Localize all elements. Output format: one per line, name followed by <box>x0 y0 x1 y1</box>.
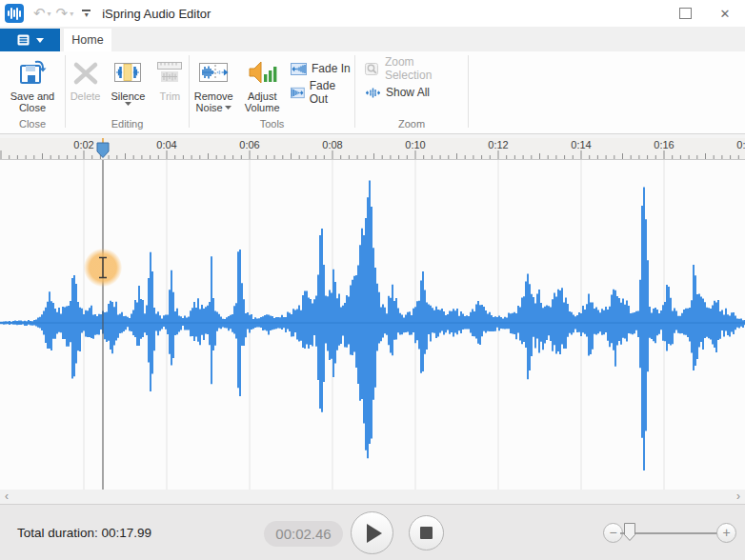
minus-icon: − <box>609 526 616 539</box>
delete-button: Delete <box>66 54 105 104</box>
timeline-ruler[interactable]: 0:020:040:060:080:100:120:140:160:18 <box>0 138 745 160</box>
zoom-selection-icon <box>365 62 380 76</box>
delete-icon <box>71 56 100 89</box>
adjust-volume-label: Adjust <box>245 90 280 102</box>
save-and-close-label: Save and <box>10 90 54 102</box>
window-controls: ✕ <box>665 0 745 27</box>
silence-label: Silence <box>111 90 145 102</box>
zoom-selection-label: Zoom Selection <box>385 55 464 82</box>
save-and-close-button[interactable]: Save and Close <box>8 54 57 115</box>
close-icon: ✕ <box>720 7 731 21</box>
maximize-icon <box>679 8 692 19</box>
playhead-marker[interactable] <box>97 138 109 158</box>
fade-in-icon <box>291 62 307 76</box>
scroll-left-icon[interactable]: ‹ <box>5 490 9 503</box>
tab-home[interactable]: Home <box>64 29 111 51</box>
remove-noise-label: Remove <box>194 90 233 102</box>
zoom-slider-thumb[interactable] <box>624 523 635 541</box>
titlebar: ↶ ▾ ↷ ▾ ▾ iSpring Audio Editor ✕ <box>0 0 745 27</box>
ribbon-group-zoom: Zoom Selection Show All Zoom <box>355 51 468 133</box>
menu-icon <box>17 34 31 46</box>
ribbon: Save and Close Close Delete <box>0 51 745 134</box>
maximize-button[interactable] <box>665 0 705 27</box>
play-button[interactable] <box>351 511 393 554</box>
stop-button[interactable] <box>409 515 444 550</box>
group-label-zoom: Zoom <box>355 117 468 133</box>
fade-in-label: Fade In <box>312 62 351 75</box>
close-button[interactable]: ✕ <box>705 0 745 27</box>
undo-dropdown-icon[interactable]: ▾ <box>48 10 54 18</box>
undo-icon[interactable]: ↶ <box>31 0 48 27</box>
customize-toolbar-icon[interactable]: ▾ <box>82 10 91 18</box>
trim-icon <box>154 56 185 89</box>
group-label-editing: Editing <box>66 117 189 133</box>
plus-icon: + <box>722 526 730 539</box>
save-and-close-icon <box>17 56 48 89</box>
remove-noise-button[interactable]: Remove Noise <box>190 54 237 115</box>
fade-out-icon <box>291 86 305 100</box>
waveform-area[interactable] <box>0 160 745 490</box>
app-window: ↶ ▾ ↷ ▾ ▾ iSpring Audio Editor ✕ Home <box>0 0 745 560</box>
current-time-display: 00:02.46 <box>264 521 343 547</box>
zoom-selection-button: Zoom Selection <box>361 58 468 79</box>
menu-caret-icon <box>36 38 44 43</box>
waveform <box>0 160 745 490</box>
trim-button: Trim <box>151 54 189 104</box>
silence-dropdown-icon <box>125 102 131 106</box>
group-label-close: Close <box>0 117 65 133</box>
total-duration-label: Total duration: 00:17.99 <box>17 505 151 560</box>
remove-noise-icon <box>197 56 230 89</box>
ribbon-group-tools: Remove Noise Adjust <box>190 51 354 133</box>
show-all-icon <box>365 86 381 100</box>
group-separator <box>468 55 469 128</box>
text-cursor-icon <box>96 256 110 279</box>
play-icon <box>367 524 382 543</box>
show-all-label: Show All <box>386 86 430 99</box>
ribbon-tabstrip: Home <box>0 27 745 51</box>
ribbon-group-editing: Delete Silence <box>66 51 189 133</box>
window-title: iSpring Audio Editor <box>102 7 211 21</box>
statusbar: Total duration: 00:17.99 00:02.46 − + <box>0 504 745 560</box>
ribbon-group-close: Save and Close Close <box>0 51 65 133</box>
silence-button[interactable]: Silence <box>107 54 150 108</box>
silence-icon <box>112 56 143 89</box>
remove-noise-dropdown-icon <box>225 106 232 110</box>
adjust-volume-button[interactable]: Adjust Volume <box>239 54 285 115</box>
redo-dropdown-icon[interactable]: ▾ <box>70 10 76 18</box>
adjust-volume-icon <box>247 56 277 89</box>
fade-out-label: Fade Out <box>310 79 351 106</box>
scroll-right-icon[interactable]: › <box>736 490 740 503</box>
horizontal-scrollbar[interactable]: ‹ › <box>0 490 745 504</box>
file-menu-button[interactable] <box>0 29 60 51</box>
redo-icon[interactable]: ↷ <box>54 0 70 27</box>
stop-icon <box>420 527 433 539</box>
fade-out-button[interactable]: Fade Out <box>287 82 354 103</box>
fade-in-button[interactable]: Fade In <box>287 58 354 79</box>
show-all-button[interactable]: Show All <box>361 82 468 103</box>
app-icon <box>5 4 24 23</box>
zoom-in-button[interactable]: + <box>716 523 736 543</box>
group-label-tools: Tools <box>190 117 354 133</box>
